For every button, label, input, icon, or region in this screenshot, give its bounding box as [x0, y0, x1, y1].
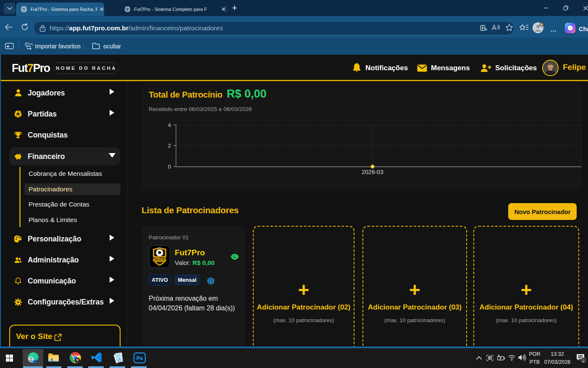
svg-text:4: 4 — [168, 122, 171, 128]
svg-text:2: 2 — [168, 143, 171, 149]
svg-text:2026-03: 2026-03 — [362, 169, 383, 175]
svg-text:FUT7PRO: FUT7PRO — [152, 256, 167, 260]
svg-text:Ps: Ps — [136, 355, 143, 361]
svg-text:0: 0 — [168, 164, 171, 170]
svg-text:1: 1 — [582, 358, 584, 363]
